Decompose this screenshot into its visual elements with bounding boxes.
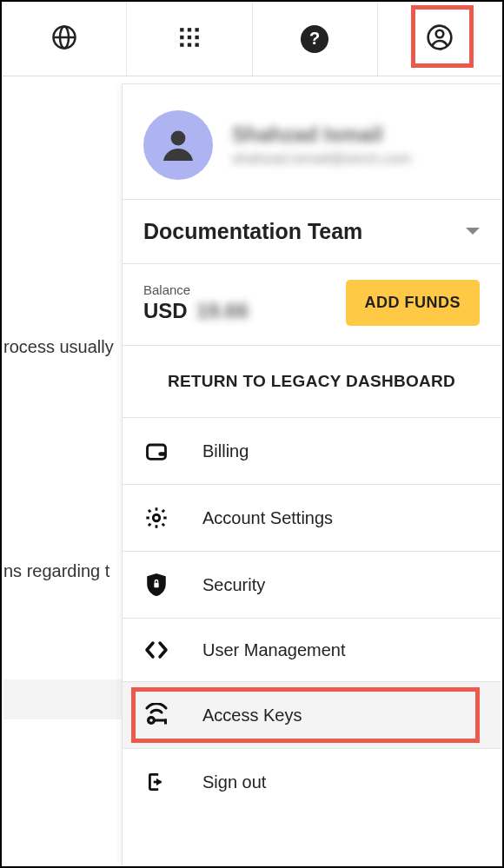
svg-rect-11 bbox=[195, 43, 198, 46]
svg-rect-15 bbox=[148, 445, 166, 459]
menu-item-user-management[interactable]: User Management bbox=[123, 618, 501, 681]
menu-item-label: Security bbox=[202, 575, 265, 595]
svg-rect-6 bbox=[180, 35, 183, 38]
account-dropdown-panel: Shahzad Ismail shahzad.ismail@sinch.com … bbox=[122, 83, 501, 866]
team-selector[interactable]: Documentation Team bbox=[123, 200, 501, 263]
wallet-icon bbox=[143, 439, 169, 463]
add-funds-button[interactable]: ADD FUNDS bbox=[346, 280, 481, 326]
svg-rect-4 bbox=[188, 28, 191, 31]
highlight-access-keys bbox=[131, 687, 480, 743]
profile-section: Shahzad Ismail shahzad.ismail@sinch.com bbox=[123, 84, 501, 199]
balance-amount: 19.66 bbox=[196, 299, 249, 323]
svg-rect-5 bbox=[195, 28, 198, 31]
svg-point-14 bbox=[171, 131, 186, 146]
top-toolbar: ? bbox=[2, 2, 502, 76]
menu-item-account-settings[interactable]: Account Settings bbox=[123, 484, 501, 551]
team-name: Documentation Team bbox=[143, 219, 362, 244]
toolbar-language[interactable] bbox=[2, 2, 127, 76]
help-icon: ? bbox=[301, 25, 328, 53]
svg-rect-17 bbox=[154, 583, 158, 587]
user-name: Shahzad Ismail bbox=[232, 123, 411, 147]
menu-item-security[interactable]: Security bbox=[123, 551, 501, 618]
return-legacy-dashboard-link[interactable]: RETURN TO LEGACY DASHBOARD bbox=[123, 346, 501, 417]
gear-icon bbox=[143, 506, 169, 530]
toolbar-help[interactable]: ? bbox=[253, 2, 378, 76]
menu-item-label: Account Settings bbox=[202, 508, 333, 528]
background-stripe bbox=[3, 679, 122, 719]
menu-item-sign-out[interactable]: Sign out bbox=[123, 748, 501, 815]
balance-currency: USD bbox=[143, 299, 188, 323]
svg-rect-10 bbox=[188, 43, 191, 46]
avatar bbox=[143, 110, 213, 180]
menu-item-label: Sign out bbox=[202, 772, 266, 792]
svg-rect-3 bbox=[180, 28, 183, 31]
code-brackets-icon bbox=[143, 639, 169, 660]
chevron-down-icon bbox=[466, 224, 480, 240]
svg-rect-7 bbox=[188, 35, 191, 38]
svg-rect-8 bbox=[195, 35, 198, 38]
menu-item-label: Access Keys bbox=[202, 706, 302, 726]
svg-rect-20 bbox=[164, 719, 167, 725]
user-email: shahzad.ismail@sinch.com bbox=[232, 150, 411, 168]
svg-rect-9 bbox=[180, 43, 183, 46]
toolbar-account[interactable] bbox=[378, 2, 502, 76]
svg-point-16 bbox=[153, 514, 159, 520]
svg-point-21 bbox=[149, 719, 153, 722]
apps-grid-icon bbox=[178, 26, 201, 52]
avatar-icon bbox=[157, 124, 199, 166]
menu-item-label: Billing bbox=[202, 441, 249, 461]
background-text-2: ns regarding t bbox=[3, 561, 109, 581]
menu-item-access-keys[interactable]: Access Keys bbox=[123, 681, 501, 748]
sign-out-icon bbox=[143, 770, 169, 794]
menu-item-billing[interactable]: Billing bbox=[123, 417, 501, 484]
toolbar-apps[interactable] bbox=[127, 2, 252, 76]
balance-label: Balance bbox=[143, 282, 249, 297]
svg-point-13 bbox=[436, 30, 444, 37]
account-icon bbox=[426, 23, 454, 55]
background-text-1: rocess usually bbox=[3, 337, 114, 357]
balance-section: Balance USD 19.66 ADD FUNDS bbox=[123, 264, 501, 345]
key-wifi-icon bbox=[143, 703, 169, 727]
shield-lock-icon bbox=[143, 573, 169, 597]
globe-icon bbox=[51, 24, 77, 54]
menu-item-label: User Management bbox=[202, 640, 346, 660]
